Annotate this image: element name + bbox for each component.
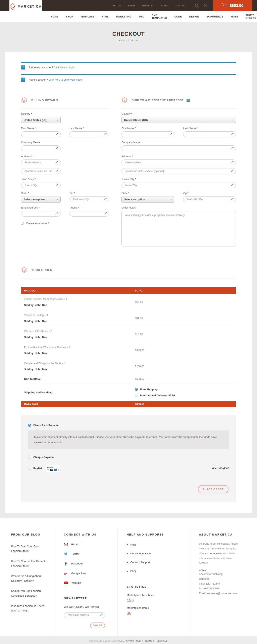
cheque-payment-radio[interactable] — [28, 456, 31, 458]
shipping-zip-input[interactable] — [183, 196, 236, 202]
select-arrow-icon: ▾ — [57, 119, 58, 121]
shipping-town-input[interactable] — [122, 182, 236, 188]
order-notes-textarea[interactable] — [122, 211, 236, 246]
nav2-photo-stocks[interactable]: PHOTO STOCKS — [246, 14, 256, 20]
billing-apartment-input[interactable] — [21, 168, 61, 174]
nav-pages[interactable]: PAGES — [112, 4, 121, 7]
connect-heading: CONNECT WITH US — [64, 533, 112, 536]
copyright-separator: . — [144, 640, 144, 642]
office-phone: Ph. +6212345678 — [199, 586, 251, 591]
nav2-ecommerce[interactable]: ECOMMERCE — [206, 15, 223, 18]
nav2-psd[interactable]: PSD — [139, 15, 144, 18]
search-icon[interactable] — [195, 4, 199, 8]
youtube-link[interactable]: Youtube — [64, 580, 112, 589]
email-link[interactable]: Email — [64, 541, 112, 551]
ship-different-checkbox[interactable]: ✓ — [186, 99, 190, 102]
billing-last-name-input[interactable] — [70, 131, 109, 137]
office-address: Kecamatan Coblong — [199, 572, 251, 576]
order-row: Variant of Laptop × 1 Sold by: John Doe … — [21, 310, 236, 326]
facebook-link[interactable]: Facebook — [64, 560, 112, 570]
shipping-apartment-input[interactable] — [122, 168, 236, 174]
shipping-street-input[interactable] — [122, 160, 236, 165]
paypal-cards-image: PayPal VISA — [46, 464, 61, 472]
account-icon[interactable] — [204, 4, 208, 8]
billing-town-input[interactable] — [21, 182, 61, 188]
shipping-company-input[interactable] — [122, 146, 236, 151]
blog-post-link[interactable]: How To Choose The Perfect Fashion Store? — [11, 556, 48, 571]
bank-transfer-description: Make your payment directly into our bank… — [28, 430, 229, 449]
billing-country-select[interactable]: United States (US) ▾ — [21, 117, 61, 123]
free-shipping-radio[interactable] — [135, 388, 138, 391]
newsletter-heading: NEWSLETTER — [64, 597, 112, 600]
billing-phone-input[interactable] — [70, 211, 109, 216]
town-label: Town / City — [21, 178, 34, 180]
nav2-marketing[interactable]: MARKETING — [116, 15, 132, 18]
shipping-first-name-input[interactable] — [122, 131, 174, 137]
nav2-template[interactable]: TEMPLATE — [80, 15, 94, 18]
billing-street-input[interactable] — [21, 160, 61, 165]
billing-state-select[interactable]: Select an option... ▾ — [21, 196, 61, 202]
place-order-button[interactable]: PLACE ORDER — [198, 485, 228, 493]
phone-label: Phone — [70, 206, 77, 209]
international-delivery-label: International Delivery: $5.90 — [140, 394, 175, 397]
subtotal-label: Cart Subtotal — [21, 378, 135, 380]
cheque-payment-label: Cheque Payment — [33, 456, 54, 458]
billing-zip-input[interactable] — [70, 196, 109, 202]
first-name-label: First Name — [21, 127, 34, 130]
shipping-last-name-input[interactable] — [183, 131, 236, 137]
blog-post-link[interactable]: Should You Use Fashion Consultant Servic… — [11, 586, 48, 601]
coupon-link[interactable]: Click here to enter your code — [48, 78, 82, 81]
login-notice: i Returning customer? Click here to logi… — [21, 62, 236, 74]
coupon-notice-text: Have a coupon? — [29, 78, 48, 81]
google-plus-link[interactable]: g+ Google Plus — [64, 570, 112, 580]
nav2-html[interactable]: HTML — [102, 15, 108, 18]
login-link[interactable]: Click here to login — [54, 66, 74, 69]
cart-button[interactable]: $653.50 — [213, 0, 252, 11]
product-name: Gadget and Things on the Table × 1 — [24, 362, 135, 365]
knowledge-base-link[interactable]: Knowledge Base — [127, 550, 184, 559]
faq-link[interactable]: FAQ — [127, 568, 184, 577]
billing-company-input[interactable] — [21, 146, 61, 151]
edit-arrow-icon — [56, 170, 58, 172]
international-delivery-radio[interactable] — [135, 394, 138, 397]
help-link[interactable]: Help — [127, 541, 184, 550]
shipping-state-select[interactable]: Select an option... ▾ — [122, 196, 174, 202]
what-is-paypal-link[interactable]: What is PayPal? — [212, 467, 229, 470]
terms-link[interactable]: TERMS OF SERVICES — [145, 640, 168, 642]
nav-shop[interactable]: SHOP — [128, 4, 135, 7]
privacy-policy-link[interactable]: PRIVACY POLICY — [125, 640, 143, 642]
blog-post-link[interactable]: What is So Alluring About Celebrity Fash… — [11, 571, 48, 586]
contact-support-link[interactable]: Contact Support — [127, 559, 184, 568]
create-account-checkbox[interactable] — [21, 222, 24, 224]
blog-post-link[interactable]: How To Start Your Own Fashion Store? — [11, 541, 48, 556]
nav-wishlist[interactable]: WISHLIST — [142, 4, 154, 7]
edit-arrow-icon — [231, 198, 234, 200]
breadcrumb-home[interactable]: Home — [119, 39, 125, 42]
nav2-code[interactable]: CODE — [174, 15, 182, 18]
billing-email-input[interactable] — [21, 211, 61, 216]
blog-post-link[interactable]: Plus Size Fashion: Is There Such a Thing… — [11, 601, 48, 616]
twitter-link[interactable]: Twitter — [64, 551, 112, 560]
shipping-country-select[interactable]: United States (US) ▾ — [122, 117, 236, 123]
nav-contact[interactable]: CONTACT — [175, 4, 187, 7]
help-heading: HELP AND SUPPORTS — [127, 533, 184, 536]
shipping-label: Shipping and Handling — [21, 391, 135, 394]
nav-blog[interactable]: BLOG — [160, 4, 168, 7]
product-name: Proton Absolute Wordpress Themes × 1 — [24, 346, 135, 349]
signup-button[interactable]: SIGN UP — [90, 622, 105, 628]
logo[interactable]: MARKETICA — [10, 0, 42, 18]
nav2-shop[interactable]: SHOP — [66, 15, 73, 18]
free-shipping-label: Free Shipping — [140, 388, 158, 391]
breadcrumb: Home > Checkout — [0, 39, 257, 42]
paypal-radio[interactable] — [28, 467, 31, 470]
order-table: PRODUCT TOTAL iPhone 5s with Headphones … — [21, 287, 236, 407]
billing-first-name-input[interactable] — [21, 131, 61, 137]
nav2-home[interactable]: HOME — [51, 15, 58, 18]
copyright-bar: COPYRIGHT © 2013 TOKOPRESS PRIVACY POLIC… — [0, 636, 257, 644]
nav2-design[interactable]: DESIGN — [189, 15, 199, 18]
checkout-card: i Returning customer? Click here to logi… — [5, 52, 252, 513]
nav2-cms-templates[interactable]: CMS TEMPLATES — [152, 14, 167, 20]
newsletter-email-input[interactable] — [64, 612, 105, 618]
nav2-muse[interactable]: MUSE — [231, 15, 238, 18]
bank-transfer-radio[interactable] — [28, 424, 31, 427]
